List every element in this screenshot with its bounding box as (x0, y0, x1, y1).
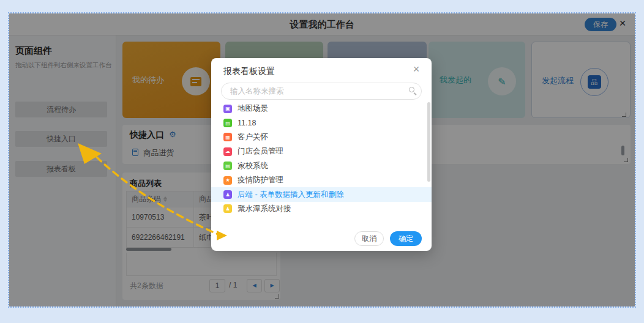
report-board-settings-dialog: 报表看板设置 × ▣地图场景 ▤11.18 ▦客户关怀 ☁门店会员管理 ▤家校系… (211, 58, 432, 251)
list-item[interactable]: ▣地图场景 (211, 102, 427, 116)
dialog-close-icon[interactable]: × (410, 63, 423, 76)
confirm-button[interactable]: 确定 (390, 231, 422, 246)
search-input[interactable] (221, 83, 422, 100)
list-item[interactable]: ▦客户关怀 (211, 130, 427, 144)
list-item[interactable]: ☁门店会员管理 (211, 144, 427, 158)
list-item[interactable]: ▤家校系统 (211, 159, 427, 173)
list-item[interactable]: ★疫情防护管理 (211, 173, 427, 187)
report-icon: ▣ (223, 105, 232, 113)
workspace-settings-window: 设置我的工作台 保存 × 页面组件 拖动以下组件到右侧来设置工作台 流程待办 快… (9, 13, 635, 306)
report-icon: ★ (223, 176, 232, 185)
cancel-button[interactable]: 取消 (354, 231, 384, 246)
modal-scrollbar-thumb[interactable] (427, 102, 430, 182)
report-icon: ▤ (223, 119, 232, 127)
list-item[interactable]: ▤11.18 (211, 116, 427, 130)
search-icon (409, 87, 414, 92)
report-icon: ☁ (223, 147, 232, 156)
report-icon: ♟ (223, 190, 232, 199)
report-icon: ▦ (223, 133, 232, 141)
report-icon: ♟ (223, 204, 232, 213)
report-list: ▣地图场景 ▤11.18 ▦客户关怀 ☁门店会员管理 ▤家校系统 ★疫情防护管理… (211, 102, 427, 216)
report-icon: ▤ (223, 162, 232, 170)
list-item-selected[interactable]: ♟后端 - 表单数据插入更新和删除 (211, 187, 432, 201)
list-item[interactable]: ♟聚水潭系统对接 (211, 202, 427, 216)
dialog-title: 报表看板设置 (223, 66, 275, 77)
